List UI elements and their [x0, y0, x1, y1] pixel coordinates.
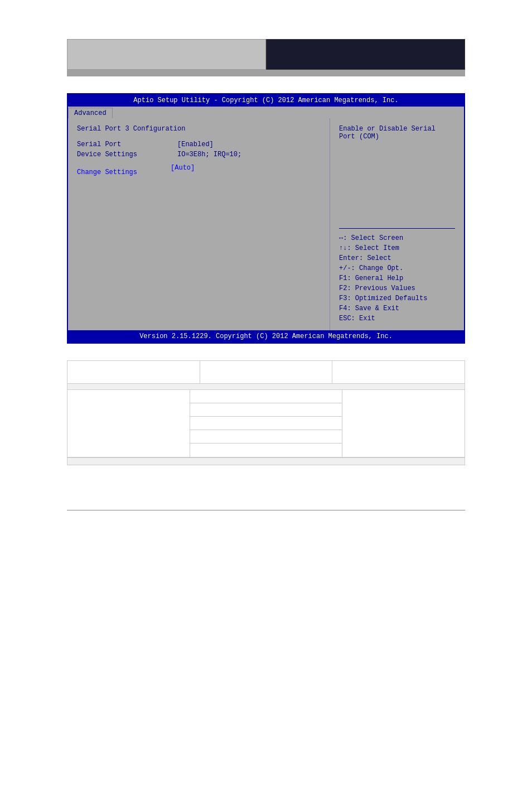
table-left-cell [67, 390, 190, 457]
change-settings-label: Change Settings [77, 168, 137, 176]
key-select-screen: ↔: Select Screen [339, 233, 455, 243]
table-header-row [67, 361, 465, 384]
serial-port-row[interactable]: Serial Port [Enabled] [77, 141, 321, 148]
header-right-panel [266, 39, 465, 70]
key-change-opt: +/-: Change Opt. [339, 263, 455, 273]
key-enter-select: Enter: Select [339, 253, 455, 263]
header-left-panel [67, 39, 266, 70]
table-header-cell-1 [67, 361, 200, 383]
bios-title-text: Aptio Setup Utility - Copyright (C) 2012… [133, 97, 398, 104]
table-sub-cell-4 [190, 430, 342, 444]
bios-help-text: Enable or Disable Serial Port (COM) [339, 125, 455, 224]
key-f1-help: F1: General Help [339, 273, 455, 283]
device-settings-label: Device Settings [77, 151, 177, 158]
bios-container: Aptio Setup Utility - Copyright (C) 2012… [67, 93, 465, 344]
bios-tab-bar: Advanced [68, 107, 464, 118]
bottom-divider [67, 510, 465, 510]
table-bottom-bar [67, 457, 465, 465]
table-sub-cell-5 [190, 444, 342, 457]
table-third-col [342, 390, 465, 457]
table-sub-cell-1 [190, 390, 342, 403]
top-header [67, 39, 465, 70]
key-f3-defaults: F3: Optimized Defaults [339, 293, 455, 303]
serial-port-value: [Enabled] [177, 141, 214, 148]
table-mixed-row [67, 390, 465, 457]
bios-footer: Version 2.15.1229. Copyright (C) 2012 Am… [68, 330, 464, 343]
bios-footer-text: Version 2.15.1229. Copyright (C) 2012 Am… [139, 332, 393, 340]
table-section [67, 360, 465, 465]
device-settings-row: Device Settings IO=3E8h; IRQ=10; [77, 151, 321, 158]
bios-right-panel: Enable or Disable Serial Port (COM) ↔: S… [330, 118, 464, 330]
tab-advanced[interactable]: Advanced [68, 108, 113, 118]
header-bar [67, 70, 465, 76]
table-sub-cell-3 [190, 417, 342, 430]
key-f4-save: F4: Save & Exit [339, 303, 455, 314]
bios-title: Aptio Setup Utility - Copyright (C) 2012… [68, 94, 464, 107]
table-header-cell-3 [332, 361, 465, 383]
key-esc-exit: ESC: Exit [339, 314, 455, 324]
key-f2-prev: F2: Previous Values [339, 283, 455, 293]
bios-content: Serial Port 3 Configuration Serial Port … [68, 118, 464, 330]
bios-left-panel: Serial Port 3 Configuration Serial Port … [68, 118, 330, 330]
serial-port-label: Serial Port [77, 141, 177, 148]
bios-key-legend: ↔: Select Screen ↑↓: Select Item Enter: … [339, 233, 455, 324]
change-settings-value: [Auto] [171, 164, 195, 176]
table-sub-cell-2 [190, 403, 342, 417]
table-right-cells [190, 390, 342, 457]
change-settings-row[interactable]: Change Settings [Auto] [77, 164, 321, 176]
key-select-item: ↑↓: Select Item [339, 243, 455, 253]
table-header-cell-2 [200, 361, 333, 383]
device-settings-value: IO=3E8h; IRQ=10; [177, 151, 241, 158]
table-full-row [67, 384, 465, 390]
bios-divider [339, 228, 455, 229]
section-title: Serial Port 3 Configuration [77, 125, 321, 133]
